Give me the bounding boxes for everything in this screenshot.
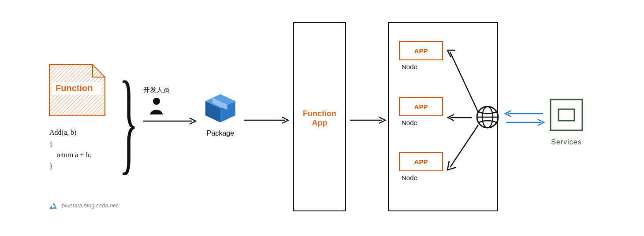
app-box: APP <box>399 152 443 171</box>
function-app-text1: Function <box>293 109 346 118</box>
node-block: APP Node <box>399 41 447 70</box>
node-label: Node <box>399 119 447 126</box>
svg-line-8 <box>450 125 478 167</box>
services: Services <box>549 98 584 146</box>
package: Package <box>203 92 238 137</box>
arrow-icon <box>443 44 483 114</box>
watermark: bluetata.blog.csdn.net <box>48 200 118 210</box>
arrow-icon <box>443 123 483 176</box>
app-box: APP <box>399 97 443 116</box>
azure-logo-icon <box>48 200 58 210</box>
services-label: Services <box>549 138 584 146</box>
watermark-text: bluetata.blog.csdn.net <box>62 202 118 209</box>
arrow-icon <box>444 111 475 124</box>
services-icon <box>549 98 584 132</box>
function-title: Function <box>56 83 93 93</box>
arrow-icon <box>242 114 291 127</box>
node-block: APP Node <box>399 97 447 126</box>
arrow-icon <box>348 114 388 127</box>
developer: 开发人员 <box>143 86 170 114</box>
function-document: Function <box>48 64 106 118</box>
svg-rect-14 <box>551 100 582 130</box>
function-app-label: Function App <box>293 109 346 128</box>
developer-label: 开发人员 <box>143 86 170 94</box>
node-block: APP Node <box>399 152 447 181</box>
node-label: Node <box>399 63 447 70</box>
person-icon <box>149 97 164 114</box>
node-label: Node <box>399 174 447 181</box>
svg-point-2 <box>153 98 160 105</box>
globe-icon <box>475 105 500 131</box>
package-label: Package <box>203 129 238 137</box>
box-icon <box>203 92 238 124</box>
app-box: APP <box>399 41 443 60</box>
function-app-text2: App <box>293 118 346 128</box>
svg-line-6 <box>450 52 478 112</box>
bidirectional-arrow-icon <box>503 107 547 129</box>
svg-rect-15 <box>558 109 574 121</box>
arrow-icon <box>141 114 198 128</box>
